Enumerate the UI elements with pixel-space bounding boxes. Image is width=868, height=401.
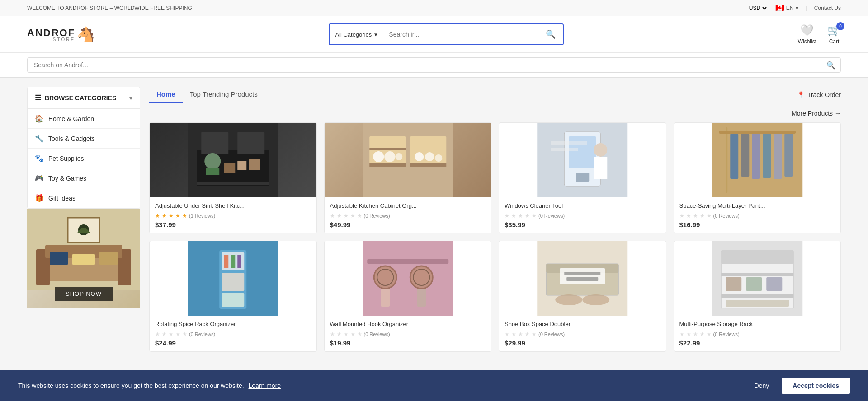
sidebar-item-label: Toy & Games bbox=[48, 175, 86, 182]
svg-rect-38 bbox=[551, 141, 587, 145]
chevron-down-icon: ▾ bbox=[796, 5, 798, 11]
product-grid: Adjustable Under Sink Shelf Kitc... ★ ★ … bbox=[149, 122, 841, 352]
sidebar-item-pet-supplies[interactable]: 🐾 Pet Supplies bbox=[28, 149, 140, 168]
tabs: Home Top Trending Products bbox=[149, 87, 265, 103]
search-button[interactable]: 🔍 bbox=[538, 24, 563, 44]
tab-home[interactable]: Home bbox=[149, 87, 183, 103]
product-card[interactable]: Multi-Purpose Storage Rack ★ ★ ★ ★ ★ (0 … bbox=[674, 241, 841, 352]
sidebar-item-toy-games[interactable]: 🎮 Toy & Games bbox=[28, 168, 140, 188]
svg-rect-19 bbox=[197, 182, 269, 185]
product-price: $16.99 bbox=[679, 221, 835, 228]
product-stars: ★ ★ ★ ★ ★ (0 Reviews) bbox=[155, 331, 311, 337]
star-icon: ★ bbox=[518, 213, 523, 219]
product-image bbox=[150, 123, 316, 197]
star-icon: ★ bbox=[357, 213, 362, 219]
wishlist-button[interactable]: 🤍 Wishlist bbox=[798, 24, 816, 45]
logo[interactable]: ANDROF STORE 🐴 bbox=[27, 26, 95, 43]
sidebar-chevron-icon: ▾ bbox=[129, 94, 132, 102]
star-icon: ★ bbox=[511, 331, 516, 337]
svg-rect-45 bbox=[752, 134, 760, 179]
svg-rect-15 bbox=[206, 168, 219, 175]
sidebar-item-home-garden[interactable]: 🏠 Home & Garden bbox=[28, 109, 140, 129]
product-card[interactable]: Wall Mounted Hook Organizer ★ ★ ★ ★ ★ (0… bbox=[324, 241, 492, 352]
star-icon: ★ bbox=[175, 213, 180, 219]
svg-point-71 bbox=[555, 294, 582, 305]
star-icon: ★ bbox=[169, 213, 174, 219]
star-icon: ★ bbox=[707, 213, 712, 219]
star-icon: ★ bbox=[350, 213, 355, 219]
reviews-count: (0 Reviews) bbox=[189, 331, 215, 337]
svg-rect-75 bbox=[721, 250, 793, 264]
cart-button[interactable]: 🛒 0 Cart bbox=[827, 24, 841, 45]
product-card[interactable]: Adjustable Kitchen Cabinet Org... ★ ★ ★ … bbox=[324, 122, 492, 233]
language-selector[interactable]: 🇨🇦 EN ▾ bbox=[775, 4, 798, 12]
sidebar-item-label: Home & Garden bbox=[48, 115, 94, 122]
product-image bbox=[499, 123, 666, 197]
svg-rect-41 bbox=[726, 127, 727, 193]
product-image bbox=[325, 123, 491, 197]
star-icon: ★ bbox=[693, 331, 698, 337]
svg-rect-17 bbox=[237, 161, 246, 170]
secondary-search-input[interactable] bbox=[27, 57, 841, 73]
sidebar-item-gift-ideas[interactable]: 🎁 Gift Ideas bbox=[28, 188, 140, 208]
svg-rect-54 bbox=[224, 255, 228, 268]
product-card[interactable]: Windows Cleaner Tool ★ ★ ★ ★ ★ (0 Review… bbox=[499, 122, 666, 233]
sidebar-banner[interactable]: SHOP NOW bbox=[27, 209, 140, 308]
star-icon: ★ bbox=[162, 213, 167, 219]
svg-rect-58 bbox=[367, 259, 448, 264]
product-card[interactable]: Space-Saving Multi-Layer Pant... ★ ★ ★ ★… bbox=[674, 122, 841, 233]
svg-rect-47 bbox=[774, 134, 782, 179]
star-icon: ★ bbox=[525, 213, 530, 219]
search-input[interactable] bbox=[383, 24, 538, 44]
star-icon: ★ bbox=[505, 213, 509, 219]
star-icon: ★ bbox=[511, 213, 516, 219]
star-icon: ★ bbox=[679, 213, 684, 219]
sidebar-item-tools-gadgets[interactable]: 🔧 Tools & Gadgets bbox=[28, 129, 140, 149]
shop-now-button[interactable]: SHOP NOW bbox=[55, 287, 113, 301]
product-card[interactable]: Rotating Spice Rack Organizer ★ ★ ★ ★ ★ … bbox=[149, 241, 317, 352]
svg-point-28 bbox=[395, 153, 402, 160]
welcome-message: WELCOME TO ANDROF STORE – WORLDWIDE FREE… bbox=[27, 5, 192, 11]
svg-point-27 bbox=[384, 151, 395, 162]
product-stars: ★ ★ ★ ★ ★ (0 Reviews) bbox=[330, 213, 486, 219]
main-content: Home Top Trending Products 📍 Track Order… bbox=[149, 87, 841, 352]
tab-top-trending[interactable]: Top Trending Products bbox=[183, 87, 265, 103]
product-image bbox=[325, 241, 491, 316]
product-stars: ★ ★ ★ ★ ★ (0 Reviews) bbox=[505, 213, 660, 219]
svg-rect-5 bbox=[50, 252, 68, 265]
svg-rect-52 bbox=[222, 273, 244, 291]
svg-rect-81 bbox=[726, 300, 789, 307]
product-card[interactable]: Adjustable Under Sink Shelf Kitc... ★ ★ … bbox=[149, 122, 317, 233]
sidebar-header: ☰ BROWSE CATEGORIES ▾ bbox=[28, 87, 140, 109]
product-price: $24.99 bbox=[155, 339, 311, 347]
svg-point-72 bbox=[582, 294, 609, 305]
star-icon: ★ bbox=[169, 331, 174, 337]
more-products-link[interactable]: More Products → bbox=[792, 110, 841, 117]
star-icon: ★ bbox=[182, 331, 187, 337]
svg-rect-56 bbox=[237, 255, 241, 268]
svg-rect-44 bbox=[741, 134, 749, 177]
sidebar-item-label: Gift Ideas bbox=[48, 195, 75, 202]
tools-icon: 🔧 bbox=[35, 134, 44, 143]
games-icon: 🎮 bbox=[35, 174, 44, 182]
product-image bbox=[499, 241, 666, 316]
svg-rect-18 bbox=[249, 159, 260, 170]
contact-link[interactable]: Contact Us bbox=[814, 5, 841, 11]
svg-rect-63 bbox=[381, 289, 390, 307]
currency-selector[interactable]: USD EUR GBP bbox=[747, 5, 768, 12]
secondary-search-bar: 🔍 bbox=[0, 53, 868, 78]
star-icon: ★ bbox=[707, 331, 712, 337]
main-container: ☰ BROWSE CATEGORIES ▾ 🏠 Home & Garden 🔧 … bbox=[0, 78, 868, 361]
product-image bbox=[674, 241, 841, 316]
track-order-link[interactable]: 📍 Track Order bbox=[797, 91, 841, 98]
pet-icon: 🐾 bbox=[35, 154, 44, 163]
star-icon: ★ bbox=[505, 331, 509, 337]
product-card[interactable]: Shoe Box Space Doubler ★ ★ ★ ★ ★ (0 Revi… bbox=[499, 241, 666, 352]
header: ANDROF STORE 🐴 All Categories ▾ 🔍 🤍 Wish… bbox=[0, 16, 868, 53]
cart-label: Cart bbox=[829, 38, 840, 45]
content-header: Home Top Trending Products 📍 Track Order bbox=[149, 87, 841, 103]
category-dropdown[interactable]: All Categories ▾ bbox=[330, 24, 383, 44]
top-bar: WELCOME TO ANDROF STORE – WORLDWIDE FREE… bbox=[0, 0, 868, 16]
product-title: Multi-Purpose Storage Rack bbox=[679, 320, 835, 328]
svg-rect-53 bbox=[222, 293, 244, 307]
